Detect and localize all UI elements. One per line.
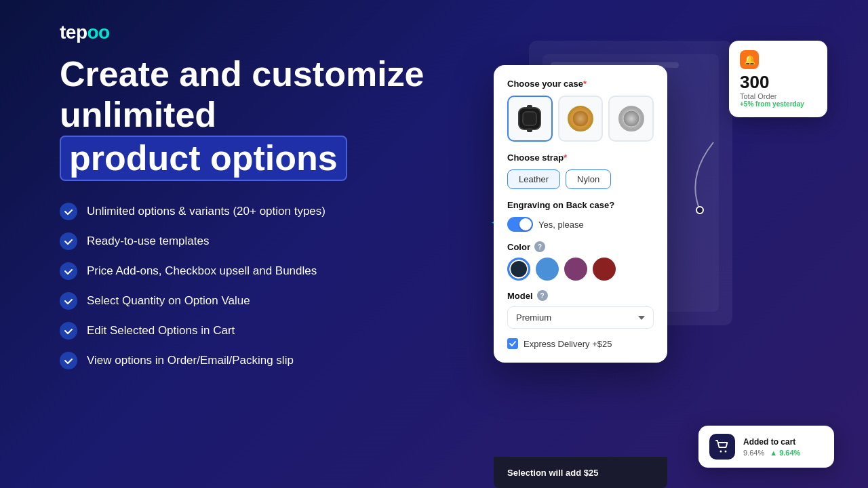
check-icon xyxy=(60,262,77,280)
svg-rect-3 xyxy=(527,105,532,109)
check-icon xyxy=(60,203,77,220)
engraving-toggle-label: Yes, please xyxy=(538,220,584,230)
express-delivery-row[interactable]: Express Delivery +$25 xyxy=(507,338,654,349)
logo-cyan: oo xyxy=(87,22,110,43)
case-option-gold[interactable] xyxy=(558,96,604,142)
required-asterisk: * xyxy=(583,79,587,89)
svg-point-10 xyxy=(725,451,727,453)
stats-label: Total Order xyxy=(740,92,816,100)
curve-connector xyxy=(679,136,720,217)
list-item: View options in Order/Email/Packing slip xyxy=(60,352,453,369)
case-option-silver[interactable] xyxy=(608,96,654,142)
strap-section-label: Choose strap* xyxy=(507,152,654,163)
list-item: Price Add-ons, Checkbox upsell and Bundl… xyxy=(60,262,453,280)
cart-change: ▲ 9.64% xyxy=(770,449,800,457)
logo-text: tep xyxy=(60,22,87,43)
cart-stats-row: 9.64% ▲ 9.64% xyxy=(743,449,800,457)
headline-unlimited: unlimited xyxy=(60,95,216,134)
stats-card: 🔔 300 Total Order +5% from yesterday xyxy=(729,41,827,117)
color-options xyxy=(507,258,654,281)
color-blue[interactable] xyxy=(536,258,559,281)
stats-number: 300 xyxy=(740,73,816,91)
list-item: Ready-to-use templates xyxy=(60,232,453,250)
check-icon xyxy=(60,292,77,310)
check-icon xyxy=(60,232,77,250)
selection-footer: Selection will add $25 xyxy=(494,457,667,488)
engraving-section-label: Engraving on Back case? xyxy=(507,200,654,210)
case-option-black[interactable] xyxy=(507,96,553,142)
cart-icon xyxy=(715,439,730,454)
stats-card-header: 🔔 xyxy=(740,50,816,69)
svg-point-6 xyxy=(572,110,589,127)
list-item: Unlimited options & variants (20+ option… xyxy=(60,203,453,220)
case-section-label: Choose your case* xyxy=(507,79,654,89)
svg-point-0 xyxy=(696,207,703,214)
model-header: Model ? xyxy=(507,290,654,301)
help-icon[interactable]: ? xyxy=(534,241,545,252)
model-dropdown[interactable]: Standard Premium Pro xyxy=(507,306,654,329)
feature-text: View options in Order/Email/Packing slip xyxy=(87,354,294,367)
strap-options: Leather Nylon xyxy=(507,169,654,189)
left-content: Create and customize unlimited product o… xyxy=(60,54,453,369)
check-icon xyxy=(60,352,77,369)
svg-point-8 xyxy=(623,110,639,127)
feature-text: Edit Selected Options in Cart xyxy=(87,324,235,338)
stats-change: +5% from yesterday xyxy=(740,100,816,108)
color-section: Color ? xyxy=(507,241,654,281)
headline-line1: Create and customize xyxy=(60,54,453,95)
check-icon xyxy=(60,322,77,340)
selection-footer-text: Selection will add $25 xyxy=(507,468,598,478)
engraving-toggle[interactable] xyxy=(507,217,533,232)
strap-leather-button[interactable]: Leather xyxy=(507,169,560,189)
express-delivery-label: Express Delivery +$25 xyxy=(524,339,612,349)
features-list: Unlimited options & variants (20+ option… xyxy=(60,203,453,369)
model-section: Model ? Standard Premium Pro xyxy=(507,290,654,329)
feature-text: Ready-to-use templates xyxy=(87,235,209,248)
color-section-header: Color ? xyxy=(507,241,654,252)
product-card: Choose your case* xyxy=(494,65,667,363)
cart-title: Added to cart xyxy=(743,437,800,447)
headline-highlight: product options xyxy=(60,136,347,182)
stats-icon: 🔔 xyxy=(740,50,759,69)
cart-notification: Added to cart 9.64% ▲ 9.64% xyxy=(698,426,834,468)
color-red[interactable] xyxy=(593,258,616,281)
required-asterisk: * xyxy=(564,152,567,163)
headline-line2: unlimited product options xyxy=(60,95,453,182)
express-checkbox[interactable] xyxy=(507,338,518,349)
feature-text: Price Add-ons, Checkbox upsell and Bundl… xyxy=(87,264,317,278)
svg-point-9 xyxy=(720,451,722,453)
strap-nylon-button[interactable]: Nylon xyxy=(566,169,611,189)
svg-rect-4 xyxy=(527,128,532,132)
model-help-icon[interactable]: ? xyxy=(537,290,548,301)
color-purple[interactable] xyxy=(564,258,587,281)
case-options xyxy=(507,96,654,142)
list-item: Edit Selected Options in Cart xyxy=(60,322,453,340)
list-item: Select Quantity on Option Value xyxy=(60,292,453,310)
feature-text: Unlimited options & variants (20+ option… xyxy=(87,205,326,218)
color-label: Color xyxy=(507,242,530,252)
logo: tepoo xyxy=(60,22,110,43)
cart-icon-wrap xyxy=(709,434,735,460)
svg-rect-2 xyxy=(523,112,536,125)
engraving-row: Yes, please xyxy=(507,217,654,232)
feature-text: Select Quantity on Option Value xyxy=(87,294,250,308)
cart-percent: 9.64% xyxy=(743,449,764,457)
headline: Create and customize unlimited product o… xyxy=(60,54,453,181)
model-label: Model xyxy=(507,291,533,301)
cart-text: Added to cart 9.64% ▲ 9.64% xyxy=(743,437,800,457)
color-dark[interactable] xyxy=(507,258,530,281)
